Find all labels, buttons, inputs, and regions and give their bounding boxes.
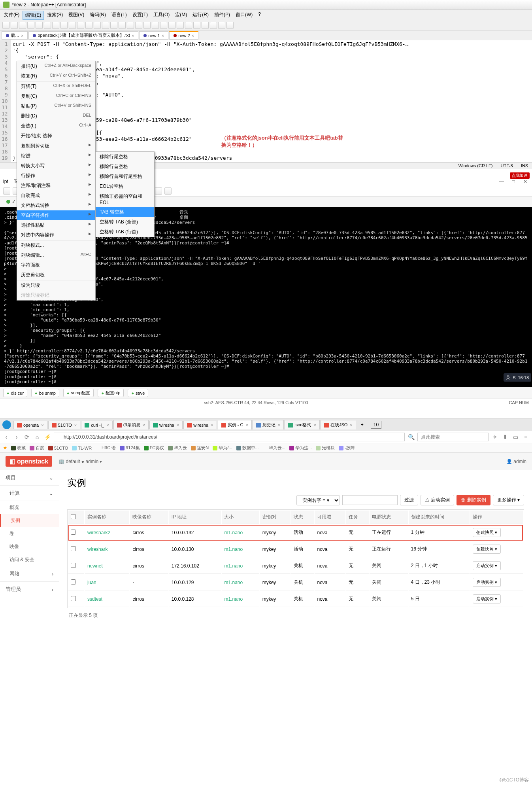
crt-toolbar-icon[interactable] [164,187,172,195]
toolbar-icon-10[interactable] [85,22,92,29]
toolbar-icon-21[interactable] [177,22,184,29]
menu-icon[interactable]: ≡ [522,433,530,441]
search-input[interactable] [417,433,489,441]
menu-10[interactable]: 插件(P) [212,11,232,20]
document-tab[interactable]: new 2× [169,31,198,40]
menu-item[interactable]: 字符面板 [17,260,95,270]
toolbar-icon-19[interactable] [160,22,167,29]
toolbar-icon-26[interactable] [218,22,225,29]
menu-item[interactable]: 粘贴(P)Ctrl+V or Shift+INS [17,101,95,111]
bookmark-item[interactable]: -故障 [339,445,355,451]
download-icon[interactable]: ⬇ [501,433,509,441]
bookmark-item[interactable]: 华为云... [263,445,285,451]
forward-button[interactable]: › [13,433,21,441]
extensions-icon[interactable]: ✧ [491,433,499,441]
toolbar-icon-16[interactable] [135,22,142,29]
quick-button[interactable]: ●snmp配置 [63,389,94,397]
menu-8[interactable]: 宏(M) [173,11,189,20]
submenu-item[interactable]: 空格转 TAB (全部) [96,217,154,227]
sidebar-item[interactable]: 概况 [0,501,59,514]
lightning-icon[interactable]: ⚡ [43,433,51,441]
bookmark-item[interactable]: 数据中... [236,445,259,451]
toolbar-icon-9[interactable] [77,22,84,29]
browser-tab[interactable]: (3条消息× [113,420,149,429]
row-action-button[interactable]: 创建快照 ▾ [473,545,501,554]
star-icon[interactable]: ★ [3,445,7,450]
browser-tab[interactable]: wiresha× [183,421,217,429]
document-tab[interactable]: new 1× [139,31,168,40]
instance-link[interactable]: wireshark2 [87,530,110,535]
crt-toolbar-icon[interactable] [3,187,10,195]
toolbar-icon-17[interactable] [143,22,151,29]
menu-12[interactable]: ? [256,11,263,20]
submenu-item[interactable]: EOL转空格 [96,182,154,191]
toolbar-icon-5[interactable] [44,22,51,29]
filter-input[interactable] [342,495,398,505]
toolbar-icon-11[interactable] [94,22,101,29]
row-checkbox[interactable] [71,563,76,568]
flavor-link[interactable]: m1.nano [224,580,243,585]
menu-item[interactable]: 设为只读 [17,280,95,290]
openstack-logo[interactable]: ◧ openstack [6,456,52,467]
menu-6[interactable]: 设置(T) [130,11,150,20]
toolbar-icon-27[interactable] [226,22,234,29]
menu-item[interactable]: 行操作 [17,171,95,181]
submenu-item[interactable]: 空格转 TAB (行首) [96,227,154,237]
toolbar-icon-2[interactable] [19,22,26,29]
minimize-button[interactable]: — [498,178,505,185]
row-action-button[interactable]: 创建快照 ▾ [473,528,501,537]
toolbar-icon-24[interactable] [202,22,209,29]
instance-link[interactable]: wireshark [87,547,108,552]
flavor-link[interactable]: m1.nano [224,596,243,602]
bookmark-item[interactable]: 途安N [191,445,209,451]
toolbar-icon-0[interactable] [2,22,9,29]
sidebar-section-admin[interactable]: 管理员› [0,582,59,597]
instance-link[interactable]: newnet [87,563,103,569]
bookmark-item[interactable]: FC协议 [144,445,164,451]
back-button[interactable]: ‹ [2,433,10,441]
menu-item[interactable]: 转换大小写 [17,161,95,171]
menu-item[interactable]: 开始/结束 选择 [17,131,95,141]
new-tab-button[interactable]: + [357,420,368,429]
toolbar-icon-6[interactable] [52,22,59,29]
menu-item[interactable]: 缩进 [17,151,95,161]
bookmark-item[interactable]: 华为/... [213,445,232,451]
bookmark-item[interactable]: 9124集 [120,445,140,451]
instance-link[interactable]: ssdtest [87,596,102,602]
browser-tab[interactable]: curl -i_× [81,421,112,429]
user-menu[interactable]: 👤 admin [506,459,526,464]
menu-item[interactable]: 历史剪切板 [17,270,95,280]
select-all-checkbox[interactable] [71,514,76,519]
menu-item[interactable]: 选择性粘贴 [17,220,95,230]
bookmark-item[interactable]: TL-WR [72,446,92,450]
menu-11[interactable]: 窗口(W) [233,11,255,20]
maximize-button[interactable]: □ [510,178,517,185]
menu-9[interactable]: 运行(R) [190,11,211,20]
menu-7[interactable]: 工具(O) [151,11,172,20]
submenu-item[interactable]: TAB 转空格 [96,207,154,217]
menu-item[interactable]: 注释/取消注释 [17,181,95,191]
more-actions-button[interactable]: 更多操作 ▾ [493,495,524,505]
toolbar-icon-20[interactable] [168,22,175,29]
menu-3[interactable]: 视图(V) [66,11,87,20]
quick-button[interactable]: ●dis cur [3,389,27,397]
submenu-item[interactable]: 移除行首空格 [96,162,154,172]
submenu-item[interactable]: 移除行首和行尾空格 [96,172,154,182]
launch-instance-button[interactable]: △ 启动实例 [421,495,454,505]
home-button[interactable]: ⌂ [33,433,41,441]
row-checkbox[interactable] [71,596,76,601]
menu-item[interactable]: 复制(C)Ctrl+C or Ctrl+INS [17,91,95,101]
quick-button[interactable]: ●save [128,389,148,397]
menu-2[interactable]: 搜索(S) [45,11,65,20]
sidebar-item[interactable]: 卷 [0,527,59,540]
toolbar-icon-23[interactable] [193,22,200,29]
document-tab[interactable]: 后…× [2,31,28,40]
toolbar-icon-25[interactable] [210,22,217,29]
submenu-item[interactable]: 移除非必需的空白和 EOL [96,191,154,207]
menu-1[interactable]: 编辑(E) [23,11,44,20]
toolbar-icon-15[interactable] [127,22,134,29]
bookmark-item[interactable]: 收藏 [11,445,26,451]
instance-link[interactable]: juan [87,580,96,585]
quick-button[interactable]: ●be snmp [31,389,59,397]
url-input[interactable]: http://10.0.0.31/dashboard/project/insta… [54,433,405,441]
